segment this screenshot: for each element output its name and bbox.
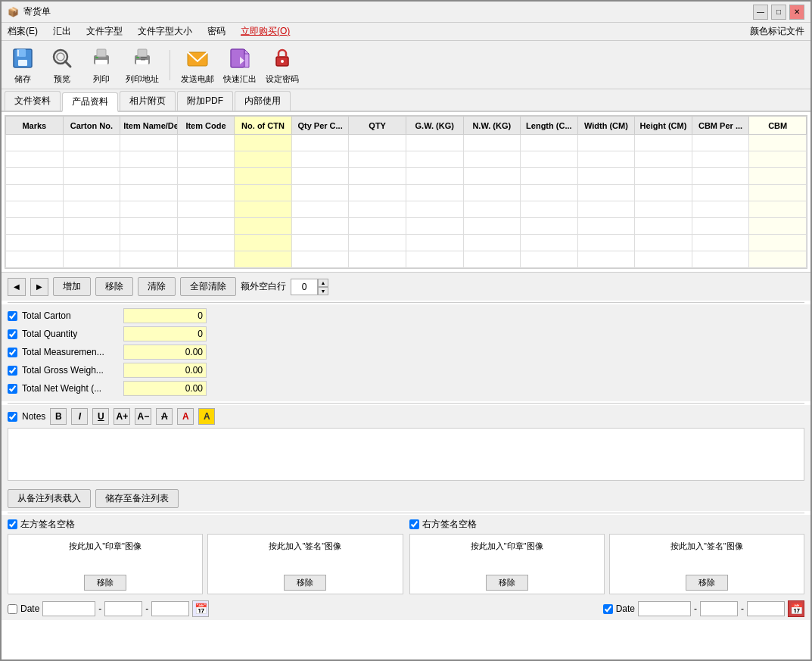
table-cell[interactable] (577, 151, 635, 168)
table-cell[interactable] (291, 201, 349, 218)
table-cell[interactable] (521, 135, 578, 151)
tab-photo-attach[interactable]: 相片附页 (120, 91, 176, 111)
clear-all-button[interactable]: 全部清除 (180, 277, 236, 296)
calendar-left-icon[interactable]: 📅 (192, 600, 209, 617)
table-cell[interactable] (235, 168, 292, 185)
table-cell[interactable] (577, 185, 635, 201)
total-nw-check[interactable] (8, 384, 17, 394)
table-cell[interactable] (349, 218, 406, 235)
table-cell[interactable] (749, 168, 807, 185)
table-cell[interactable] (635, 251, 692, 268)
table-cell[interactable] (177, 151, 235, 168)
total-gw-check[interactable] (8, 366, 17, 376)
table-cell[interactable] (463, 218, 521, 235)
table-cell[interactable] (463, 201, 521, 218)
table-cell[interactable] (177, 135, 235, 151)
date-left-check[interactable] (8, 604, 17, 614)
total-meas-check[interactable] (8, 348, 17, 357)
table-cell[interactable] (235, 235, 292, 251)
table-cell[interactable] (635, 201, 692, 218)
table-cell[interactable] (6, 251, 64, 268)
table-cell[interactable] (120, 151, 178, 168)
tab-product-info[interactable]: 产品资料 (62, 92, 118, 112)
table-cell[interactable] (6, 168, 64, 185)
format-color-bg-button[interactable]: A (198, 408, 215, 425)
table-cell[interactable] (291, 151, 349, 168)
menu-font[interactable]: 文件字型 (83, 23, 126, 39)
date-left-day[interactable] (151, 601, 189, 616)
table-cell[interactable] (635, 218, 692, 235)
table-cell[interactable] (349, 168, 406, 185)
table-cell[interactable] (463, 168, 521, 185)
table-cell[interactable] (577, 218, 635, 235)
table-cell[interactable] (349, 201, 406, 218)
table-cell[interactable] (692, 135, 749, 151)
table-cell[interactable] (692, 218, 749, 235)
table-cell[interactable] (577, 235, 635, 251)
table-cell[interactable] (6, 235, 64, 251)
table-cell[interactable] (6, 218, 64, 235)
table-cell[interactable] (235, 135, 292, 151)
table-cell[interactable] (406, 168, 463, 185)
table-cell[interactable] (177, 218, 235, 235)
table-cell[interactable] (120, 218, 178, 235)
sig-right-check[interactable] (409, 519, 419, 529)
table-cell[interactable] (120, 135, 178, 151)
table-cell[interactable] (692, 185, 749, 201)
total-carton-check[interactable] (8, 311, 17, 321)
sig-left-seal-box[interactable]: 按此加入"印章"图像 移除 (8, 534, 203, 594)
table-cell[interactable] (177, 201, 235, 218)
table-cell[interactable] (692, 235, 749, 251)
table-cell[interactable] (577, 168, 635, 185)
table-cell[interactable] (6, 151, 64, 168)
table-cell[interactable] (349, 185, 406, 201)
menu-export[interactable]: 汇出 (50, 23, 74, 39)
table-cell[interactable] (749, 185, 807, 201)
table-cell[interactable] (521, 168, 578, 185)
table-cell[interactable] (406, 218, 463, 235)
date-right-year[interactable] (638, 601, 691, 616)
table-cell[interactable] (235, 218, 292, 235)
sig-right-sign-box[interactable]: 按此加入"签名"图像 移除 (609, 534, 804, 594)
format-bold-button[interactable]: B (50, 408, 67, 425)
table-cell[interactable] (6, 135, 64, 151)
notes-textarea[interactable] (8, 428, 804, 481)
toolbar-print[interactable]: 列印 (86, 45, 117, 85)
table-cell[interactable] (406, 235, 463, 251)
spinbox-down[interactable]: ▼ (318, 287, 328, 295)
save-to-list-button[interactable]: 储存至备注列表 (95, 489, 179, 508)
table-cell[interactable] (349, 151, 406, 168)
table-cell[interactable] (463, 251, 521, 268)
table-cell[interactable] (406, 151, 463, 168)
table-cell[interactable] (749, 218, 807, 235)
table-cell[interactable] (63, 151, 120, 168)
sig-left-seal-remove[interactable]: 移除 (84, 575, 126, 591)
notes-check[interactable] (8, 412, 17, 422)
close-button[interactable]: ✕ (789, 5, 804, 20)
table-cell[interactable] (749, 201, 807, 218)
format-italic-button[interactable]: I (71, 408, 88, 425)
table-cell[interactable] (406, 251, 463, 268)
table-cell[interactable] (177, 251, 235, 268)
table-cell[interactable] (120, 185, 178, 201)
tab-add-pdf[interactable]: 附加PDF (177, 91, 233, 111)
table-cell[interactable] (521, 185, 578, 201)
table-cell[interactable] (521, 218, 578, 235)
remove-button[interactable]: 移除 (95, 277, 133, 296)
toolbar-send-email[interactable]: 发送电邮 (181, 45, 214, 85)
sig-left-check[interactable] (8, 519, 17, 529)
menu-password[interactable]: 密码 (204, 23, 229, 39)
table-cell[interactable] (749, 151, 807, 168)
table-cell[interactable] (406, 135, 463, 151)
date-right-check[interactable] (603, 604, 613, 614)
table-cell[interactable] (291, 235, 349, 251)
table-cell[interactable] (63, 135, 120, 151)
table-cell[interactable] (63, 185, 120, 201)
toolbar-quick-export[interactable]: 快速汇出 (223, 45, 257, 85)
toolbar-save[interactable]: 储存 (8, 45, 38, 85)
table-cell[interactable] (521, 235, 578, 251)
table-cell[interactable] (635, 235, 692, 251)
date-right-month[interactable] (700, 601, 738, 616)
table-cell[interactable] (291, 218, 349, 235)
date-right-day[interactable] (747, 601, 785, 616)
